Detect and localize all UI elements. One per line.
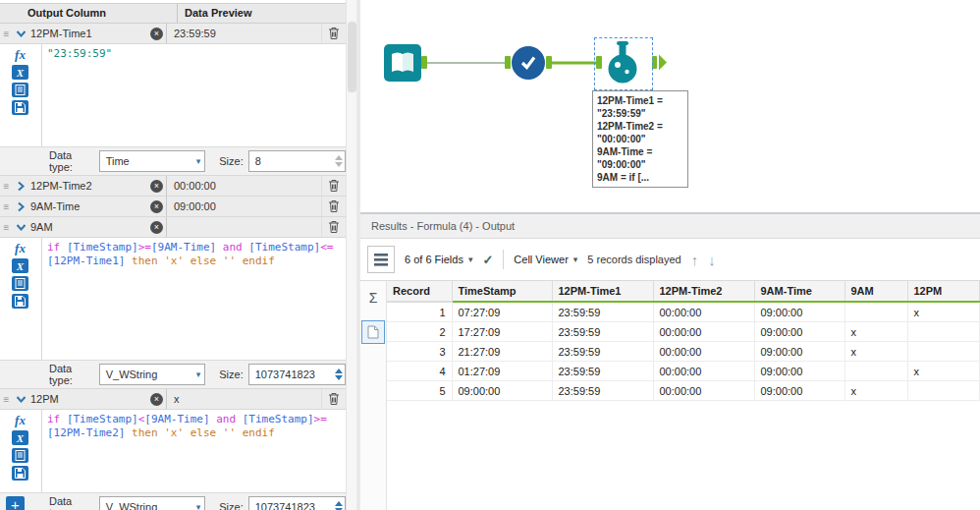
size-input[interactable]: 8 — [248, 150, 346, 172]
chevron-down-icon[interactable] — [13, 217, 29, 237]
input-data-tool[interactable] — [384, 44, 421, 82]
table-cell[interactable]: x — [844, 381, 907, 401]
column-header[interactable]: 9AM — [844, 281, 907, 302]
remove-column-icon[interactable]: × — [150, 393, 163, 406]
table-row[interactable]: 321:27:0923:59:5900:00:0009:00:00x — [387, 342, 980, 362]
column-header[interactable]: 9AM-Time — [754, 281, 844, 302]
size-spinner[interactable] — [335, 368, 343, 380]
table-cell[interactable]: 00:00:00 — [653, 342, 754, 362]
delete-column-icon[interactable] — [322, 389, 346, 409]
table-row[interactable]: 217:27:0923:59:5900:00:0009:00:00x — [387, 322, 980, 342]
check-tool[interactable] — [512, 46, 545, 80]
add-column-button[interactable]: + — [6, 496, 25, 510]
delete-column-icon[interactable] — [322, 217, 346, 237]
functions-icon[interactable]: fx — [12, 241, 28, 255]
output-column-row[interactable]: ≡ 12PM × x — [0, 389, 346, 410]
size-input[interactable]: 1073741823 — [248, 496, 346, 510]
output-column-row[interactable]: ≡ 9AM-Time × 09:00:00 — [0, 197, 346, 217]
delete-column-icon[interactable] — [322, 197, 346, 216]
expression-input[interactable]: if [TimeStamp]<[9AM-Time] and [TimeStamp… — [41, 410, 346, 492]
constants-icon[interactable] — [12, 276, 28, 291]
chevron-down-icon[interactable] — [13, 24, 29, 43]
record-layout-button[interactable] — [367, 246, 395, 273]
table-cell[interactable]: 00:00:00 — [653, 302, 754, 322]
columns-icon[interactable]: X — [12, 258, 28, 273]
table-cell[interactable]: 23:59:59 — [552, 322, 653, 342]
delete-column-icon[interactable] — [322, 176, 346, 196]
constants-icon[interactable] — [12, 83, 28, 97]
constants-icon[interactable] — [12, 448, 28, 463]
data-type-dropdown[interactable]: Time ▾ — [99, 150, 206, 172]
remove-column-icon[interactable]: × — [150, 180, 163, 193]
input-anchor[interactable] — [505, 56, 511, 69]
size-spinner[interactable] — [335, 501, 343, 510]
table-row[interactable]: 401:27:0923:59:5900:00:0009:00:00x — [387, 362, 980, 381]
arrow-down-icon[interactable]: ↓ — [708, 252, 716, 268]
cell-viewer-dropdown[interactable]: Cell Viewer ▾ — [514, 254, 577, 265]
table-cell[interactable]: 23:59:59 — [552, 302, 653, 322]
table-cell[interactable]: 09:00:00 — [754, 342, 844, 362]
metadata-view-button[interactable]: Σ — [361, 286, 385, 310]
columns-icon[interactable]: X — [12, 65, 28, 80]
table-cell[interactable]: 2 — [387, 322, 452, 342]
column-header[interactable]: 12PM-Time1 — [552, 281, 653, 302]
drag-handle-icon[interactable]: ≡ — [0, 389, 13, 409]
table-cell[interactable]: 3 — [387, 342, 452, 362]
table-cell[interactable]: x — [907, 302, 980, 322]
fields-dropdown[interactable]: 6 of 6 Fields ▾ — [405, 254, 472, 265]
table-cell[interactable]: 09:00:00 — [754, 322, 844, 342]
chevron-down-icon[interactable] — [13, 389, 29, 409]
output-column-row[interactable]: ≡ 12PM-Time1 × 23:59:59 — [0, 24, 346, 44]
functions-icon[interactable]: fx — [12, 47, 28, 62]
apply-check-icon[interactable]: ✓ — [482, 253, 493, 267]
table-cell[interactable]: 09:00:00 — [754, 302, 844, 322]
remove-column-icon[interactable]: × — [150, 28, 163, 40]
column-name-field[interactable]: 9AM × — [29, 217, 167, 237]
table-cell[interactable]: 21:27:09 — [452, 342, 552, 362]
column-name-field[interactable]: 9AM-Time × — [29, 197, 167, 216]
table-cell[interactable]: x — [844, 322, 907, 342]
table-row[interactable]: 107:27:0923:59:5900:00:0009:00:00x — [387, 302, 980, 322]
table-cell[interactable]: 23:59:59 — [552, 362, 653, 381]
table-cell[interactable] — [844, 302, 907, 322]
table-cell[interactable]: 07:27:09 — [452, 302, 552, 322]
remove-column-icon[interactable]: × — [150, 200, 163, 213]
column-header[interactable]: TimeStamp — [452, 281, 552, 302]
arrow-up-icon[interactable]: ↑ — [691, 252, 699, 268]
size-input[interactable]: 1073741823 — [248, 364, 346, 385]
table-cell[interactable]: 01:27:09 — [452, 362, 552, 381]
chevron-right-icon[interactable] — [13, 176, 29, 196]
output-anchor[interactable] — [421, 56, 427, 69]
table-cell[interactable]: 00:00:00 — [653, 322, 754, 342]
tool-annotation[interactable]: 12PM-Time1 ="23:59:59"12PM-Time2 ="00:00… — [592, 90, 688, 188]
saved-expressions-icon[interactable] — [12, 466, 28, 481]
drag-handle-icon[interactable]: ≡ — [0, 197, 13, 216]
column-header[interactable]: 12PM — [907, 281, 980, 302]
output-anchor[interactable] — [546, 56, 552, 69]
table-cell[interactable]: 00:00:00 — [653, 381, 754, 401]
data-view-button[interactable] — [361, 320, 385, 344]
output-arrow-icon[interactable] — [659, 55, 667, 71]
drag-handle-icon[interactable]: ≡ — [0, 217, 13, 237]
column-name-field[interactable]: 12PM-Time1 × — [29, 24, 167, 43]
drag-handle-icon[interactable]: ≡ — [0, 24, 13, 43]
scrollbar-thumb[interactable] — [348, 22, 356, 92]
table-cell[interactable]: 4 — [387, 362, 452, 381]
drag-handle-icon[interactable]: ≡ — [0, 176, 13, 196]
columns-icon[interactable]: X — [12, 430, 28, 445]
delete-column-icon[interactable] — [322, 24, 346, 43]
expression-input[interactable]: "23:59:59" — [41, 44, 346, 146]
table-cell[interactable] — [907, 342, 980, 362]
remove-column-icon[interactable]: × — [150, 221, 163, 234]
table-cell[interactable]: 5 — [387, 381, 452, 401]
column-header[interactable]: Record — [387, 281, 452, 302]
output-column-row[interactable]: ≡ 9AM × — [0, 217, 346, 238]
data-type-dropdown[interactable]: V_WString ▾ — [99, 364, 206, 385]
table-cell[interactable]: 09:00:00 — [754, 362, 844, 381]
size-spinner[interactable] — [335, 155, 343, 167]
output-column-row[interactable]: ≡ 12PM-Time2 × 00:00:00 — [0, 176, 346, 197]
table-cell[interactable]: 23:59:59 — [552, 381, 653, 401]
saved-expressions-icon[interactable] — [12, 100, 28, 115]
table-cell[interactable]: x — [907, 362, 980, 381]
data-type-dropdown[interactable]: V_WString ▾ — [99, 496, 206, 510]
